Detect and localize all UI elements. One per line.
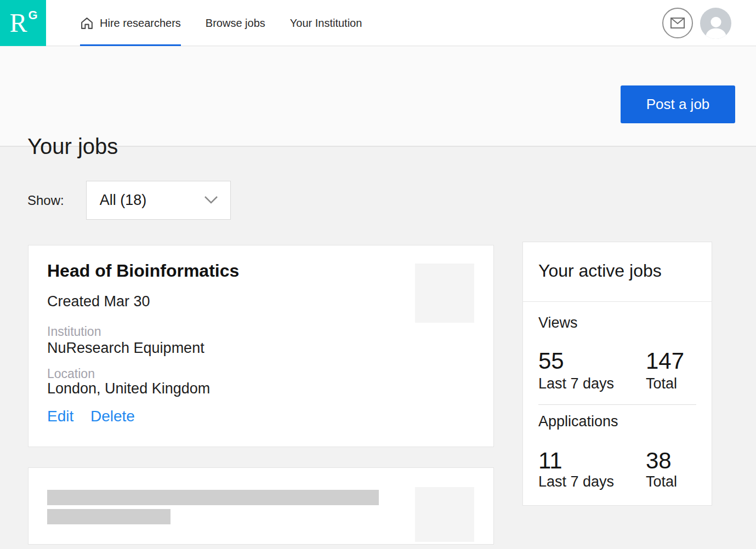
page-header: Your jobs Post a job — [0, 47, 756, 147]
post-a-job-button[interactable]: Post a job — [621, 85, 735, 123]
applications-total-value: 38 — [646, 449, 672, 472]
views-label: Views — [538, 316, 578, 330]
delete-link[interactable]: Delete — [90, 409, 135, 424]
logo-letter-g: G — [28, 9, 37, 21]
views-last7-caption: Last 7 days — [538, 376, 614, 391]
views-total-value: 147 — [646, 350, 684, 373]
applications-total-caption: Total — [646, 474, 677, 489]
views-total-caption: Total — [646, 376, 677, 391]
nav-item-your-institution[interactable]: Your Institution — [290, 0, 362, 46]
active-jobs-panel: Your active jobs Views 55 Last 7 days 14… — [522, 242, 712, 506]
chevron-down-icon — [204, 196, 218, 204]
filter-row: Show: All (18) — [27, 181, 231, 220]
person-icon — [703, 14, 729, 39]
job-created-date: Created Mar 30 — [47, 294, 150, 309]
messages-button[interactable] — [662, 8, 693, 38]
nav-item-browse-jobs[interactable]: Browse jobs — [206, 0, 265, 46]
job-thumbnail-placeholder — [415, 487, 474, 542]
placeholder-bar — [47, 509, 170, 524]
institution-label: Institution — [47, 325, 101, 338]
job-title[interactable]: Head of Bioinformatics — [47, 262, 239, 279]
job-thumbnail-placeholder — [415, 264, 474, 323]
primary-nav: Hire researchers Browse jobs Your Instit… — [80, 0, 362, 46]
divider — [523, 301, 712, 302]
divider — [538, 404, 696, 405]
show-filter-label: Show: — [27, 193, 64, 208]
institution-value: NuResearch Equipment — [47, 341, 204, 356]
views-last7-value: 55 — [538, 350, 564, 373]
avatar[interactable] — [700, 8, 731, 39]
location-value: London, United Kingdom — [47, 381, 210, 396]
edit-link[interactable]: Edit — [47, 409, 73, 424]
panel-title: Your active jobs — [538, 262, 662, 279]
job-card: Head of Bioinformatics Created Mar 30 In… — [28, 245, 494, 447]
applications-label: Applications — [538, 414, 618, 429]
show-filter-dropdown[interactable]: All (18) — [86, 181, 231, 220]
researchgate-logo[interactable]: R G — [0, 0, 46, 46]
your-jobs-page: R G Hire researchers Browse jobs Your In… — [0, 0, 756, 549]
nav-item-label: Browse jobs — [206, 17, 265, 30]
placeholder-bar — [47, 490, 379, 505]
envelope-icon — [670, 18, 685, 28]
logo-letter-r: R — [9, 10, 27, 36]
job-card-skeleton — [28, 467, 494, 545]
home-icon — [80, 16, 94, 30]
page-title: Your jobs — [27, 135, 118, 157]
applications-last7-caption: Last 7 days — [538, 474, 614, 489]
nav-item-hire-researchers[interactable]: Hire researchers — [80, 0, 181, 46]
nav-item-label: Hire researchers — [100, 17, 181, 30]
top-navbar: R G Hire researchers Browse jobs Your In… — [0, 0, 756, 46]
applications-last7-value: 11 — [538, 449, 562, 472]
location-label: Location — [47, 368, 95, 380]
nav-item-label: Your Institution — [290, 17, 362, 30]
dropdown-selected-value: All (18) — [100, 192, 147, 209]
